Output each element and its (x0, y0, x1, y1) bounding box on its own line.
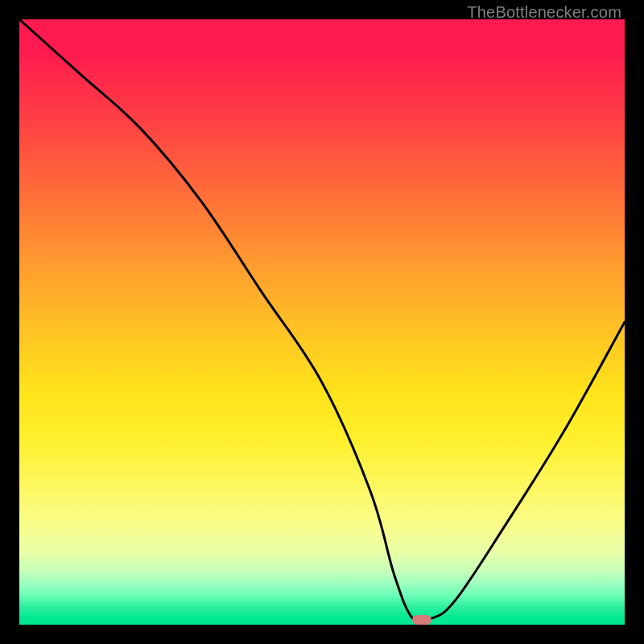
bottleneck-curve (19, 19, 625, 625)
watermark-text: TheBottlenecker.com (467, 3, 621, 22)
optimal-point-marker (412, 615, 431, 625)
plot-area (19, 19, 625, 625)
